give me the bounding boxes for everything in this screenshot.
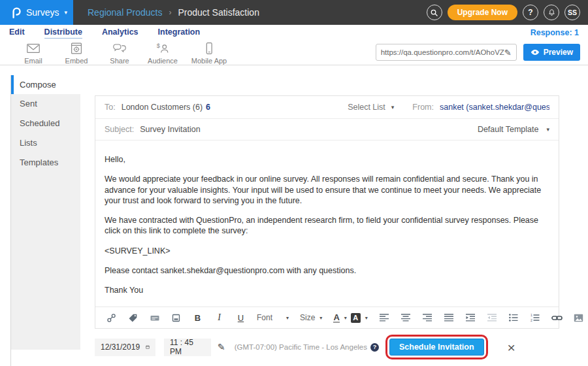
insert-image-button[interactable] xyxy=(573,311,584,324)
link-icon xyxy=(106,313,116,323)
sidebar-item-templates[interactable]: Templates xyxy=(11,153,80,173)
image-icon xyxy=(574,314,583,322)
tab-distribute[interactable]: Distribute xyxy=(44,27,82,39)
body-paragraph: <SURVEY_LINK> xyxy=(105,246,549,256)
svg-text:1: 1 xyxy=(531,314,532,317)
tab-analytics[interactable]: Analytics xyxy=(102,27,139,38)
hyperlink-button[interactable] xyxy=(551,311,563,324)
compose-email-card: To: London Customers (6) 6 Select List ▾… xyxy=(95,95,559,329)
product-name: Surveys xyxy=(26,7,59,18)
svg-text:$: $ xyxy=(157,42,160,49)
from-label: From: xyxy=(412,103,434,112)
schedule-date-input[interactable]: 12/31/2019 xyxy=(95,339,155,356)
italic-button[interactable]: I xyxy=(214,311,225,324)
decrease-indent-button[interactable] xyxy=(487,311,498,324)
tag-icon xyxy=(128,313,138,323)
text-color-button[interactable]: A ▾ xyxy=(333,313,346,323)
bullet-list-button[interactable] xyxy=(508,311,519,324)
template-dropdown[interactable]: Default Template ▾ xyxy=(478,125,549,134)
help-button[interactable]: ? xyxy=(523,5,538,20)
questionpro-logo-icon xyxy=(10,5,22,20)
align-justify-button[interactable] xyxy=(444,311,455,324)
sidebar-item-scheduled[interactable]: Scheduled xyxy=(11,114,80,133)
channel-share[interactable]: Share xyxy=(98,42,141,65)
tab-edit[interactable]: Edit xyxy=(9,27,25,38)
from-value[interactable]: sanket (sanket.shekdar@ques... xyxy=(440,103,549,112)
align-center-button[interactable] xyxy=(400,311,412,324)
insert-button-button[interactable] xyxy=(171,311,182,324)
numbered-list-icon: 1 2 xyxy=(531,314,540,322)
align-left-button[interactable] xyxy=(379,311,390,324)
sidebar-filler xyxy=(11,173,80,350)
surveys-product-menu[interactable]: Surveys ▾ xyxy=(0,0,73,25)
align-left-icon xyxy=(380,314,389,322)
upgrade-now-button[interactable]: Upgrade Now xyxy=(448,5,517,20)
text-color-icon: A xyxy=(333,313,339,323)
channel-mobile-app[interactable]: Mobile App xyxy=(184,42,234,65)
chevron-down-icon: ▾ xyxy=(286,315,289,321)
select-list-label: Select List xyxy=(348,103,385,112)
sidebar-item-compose[interactable]: Compose xyxy=(11,75,80,94)
schedule-invitation-button[interactable]: Schedule Invitation xyxy=(389,339,484,356)
recipient-count[interactable]: 6 xyxy=(206,103,210,112)
size-dropdown-label: Size xyxy=(300,313,315,322)
bell-icon xyxy=(547,8,556,17)
button-icon xyxy=(171,313,181,323)
breadcrumb-parent-link[interactable]: Regional Products xyxy=(88,7,162,18)
preview-button[interactable]: Preview xyxy=(523,44,580,61)
breadcrumb: Regional Products › Product Satisfaction xyxy=(88,7,259,18)
timezone-help-icon[interactable]: ? xyxy=(370,343,379,352)
user-avatar[interactable]: SS xyxy=(564,5,580,20)
app-window: Surveys ▾ Regional Products › Product Sa… xyxy=(0,0,588,366)
response-count-link[interactable]: Response: 1 xyxy=(531,28,579,37)
survey-link-group: https://qa.questionpro.com/t/AOhoVZfqml … xyxy=(376,42,580,61)
channel-email[interactable]: Email xyxy=(12,42,55,65)
from-group: From: sanket (sanket.shekdar@ques... xyxy=(412,103,549,112)
eye-icon xyxy=(531,49,540,56)
notifications-button[interactable] xyxy=(544,5,559,20)
size-dropdown[interactable]: Size ▾ xyxy=(300,313,322,322)
avatar-initials: SS xyxy=(568,8,577,16)
recipients-row: To: London Customers (6) 6 Select List ▾… xyxy=(95,96,559,119)
email-sidebar: Compose Sent Scheduled Lists Templates xyxy=(10,75,80,366)
bg-color-icon: A xyxy=(351,313,361,323)
numbered-list-button[interactable]: 1 2 xyxy=(530,311,541,324)
schedule-time-input[interactable]: 11 : 45 PM xyxy=(164,339,211,356)
increase-indent-button[interactable] xyxy=(465,311,476,324)
sidebar-item-lists[interactable]: Lists xyxy=(11,133,80,153)
survey-nav-tabs: Edit Distribute Analytics Integration Re… xyxy=(0,25,588,41)
channel-embed[interactable]: Embed xyxy=(55,42,98,65)
to-value[interactable]: London Customers (6) xyxy=(122,103,203,112)
template-label: Default Template xyxy=(478,125,539,134)
email-body-editor[interactable]: Hello, We would appreciate your feedback… xyxy=(95,141,559,307)
chevron-down-icon: ▾ xyxy=(365,315,368,321)
schedule-date-value: 12/31/2019 xyxy=(101,342,140,352)
channel-label: Embed xyxy=(65,57,88,65)
survey-url-field[interactable]: https://qa.questionpro.com/t/AOhoVZfqml … xyxy=(376,44,517,61)
underline-button[interactable]: U xyxy=(235,311,246,324)
channel-label: Mobile App xyxy=(191,57,227,65)
subject-value[interactable]: Survey Invitation xyxy=(140,125,200,134)
tab-integration[interactable]: Integration xyxy=(158,27,201,38)
embed-icon xyxy=(69,42,84,55)
edit-time-pencil-icon[interactable]: ✎ xyxy=(218,342,225,352)
insert-link-button[interactable] xyxy=(106,311,117,324)
mobile-app-icon xyxy=(201,42,217,55)
insert-field-button[interactable] xyxy=(149,311,160,324)
select-list-dropdown[interactable]: Select List ▾ xyxy=(348,103,394,112)
schedule-controls: 12/31/2019 11 : 45 PM ✎ (GMT-07:00) Paci… xyxy=(95,335,515,359)
edit-url-pencil-icon[interactable]: ✎ xyxy=(504,48,512,58)
editor-format-toolbar: B I U Font ▾ Size ▾ A ▾ A ▾ xyxy=(95,307,559,328)
sidebar-item-sent[interactable]: Sent xyxy=(11,94,80,114)
channel-audience[interactable]: $ Audience xyxy=(141,42,184,65)
bold-button[interactable]: B xyxy=(192,311,203,324)
align-right-button[interactable] xyxy=(422,311,433,324)
font-dropdown[interactable]: Font ▾ xyxy=(257,313,289,322)
close-icon[interactable]: × xyxy=(508,341,515,354)
bg-color-button[interactable]: A ▾ xyxy=(351,313,368,323)
subject-row: Subject: Survey Invitation Default Templ… xyxy=(95,119,559,141)
align-right-icon xyxy=(423,314,432,322)
body-paragraph: Please contact sanket.shekdar@questionpr… xyxy=(105,265,549,276)
search-button[interactable] xyxy=(427,5,442,20)
insert-tag-button[interactable] xyxy=(127,311,139,324)
